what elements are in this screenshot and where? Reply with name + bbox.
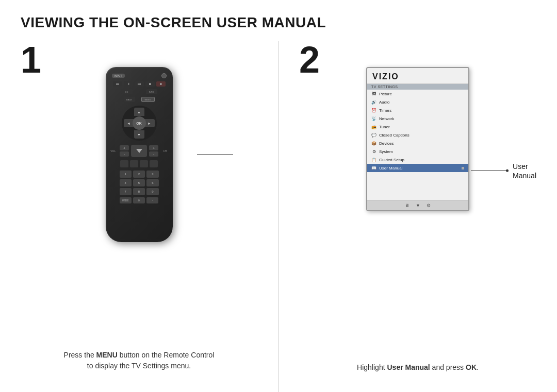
- menu-item-timers: ⏰ Timers: [367, 106, 468, 114]
- ch-down: -: [149, 151, 158, 157]
- stop-btn: ⏹: [145, 81, 155, 87]
- menu-item-user-manual: 📖 User Manual: [367, 164, 468, 172]
- vol-label: VOL: [109, 149, 118, 152]
- nav-up: ▲: [134, 108, 144, 116]
- step1-number: 1: [21, 41, 41, 78]
- num-7: 7: [120, 188, 132, 195]
- tv-screen: VIZIO TV SETTINGS 🖼 Picture 🔊 Audio: [366, 67, 469, 211]
- side-btn-4: [150, 160, 158, 167]
- step1-panel: 1 INPUT ⏮ ⏸ ⏭ ⏹ ⏺ CC: [0, 41, 278, 392]
- tv-screen-container: VIZIO TV SETTINGS 🖼 Picture 🔊 Audio: [366, 67, 469, 211]
- devices-label: Devices: [379, 141, 394, 146]
- user-manual-icon: 📖: [371, 165, 376, 171]
- ok-button: OK: [133, 116, 146, 130]
- user-manual-label-text: User Manual: [379, 166, 402, 171]
- scroll-button: [131, 145, 147, 157]
- tv-screen-inner: VIZIO TV SETTINGS 🖼 Picture 🔊 Audio: [367, 68, 468, 210]
- side-btn-2: [130, 160, 138, 167]
- power-button: [161, 73, 167, 78]
- system-icon: ⚙: [371, 149, 376, 154]
- vizio-logo-area: VIZIO: [367, 68, 468, 84]
- num-2: 2: [133, 171, 145, 178]
- page-title: VIEWING THE ON-SCREEN USER MANUAL: [0, 0, 557, 41]
- nav-down: ▼: [134, 130, 144, 139]
- num-9: 9: [146, 188, 158, 195]
- menu-items-list: 🖼 Picture 🔊 Audio ⏰ Timers 📡: [367, 90, 468, 200]
- step1-description: Press the MENU button on the Remote Cont…: [0, 350, 278, 371]
- tuner-icon: 📻: [371, 124, 376, 129]
- numpad: 1 2 3 4 5 6 7 8 9: [120, 171, 159, 195]
- nav-cluster: ▲ ▼ ◄ ► OK: [122, 106, 157, 141]
- timers-icon: ⏰: [371, 108, 376, 113]
- vol-up: +: [120, 145, 129, 150]
- menu-callout: [197, 154, 235, 155]
- side-btn-1: [120, 160, 128, 167]
- user-manual-callout-label: UserManual: [513, 161, 536, 180]
- audio-label: Audio: [379, 100, 389, 105]
- num-8: 8: [133, 188, 145, 195]
- ch-label: CH: [160, 149, 169, 152]
- menu-item-devices: 📦 Devices: [367, 139, 468, 147]
- guided-setup-icon: 📋: [371, 157, 376, 162]
- menu-item-guided-setup: 📋 Guided Setup: [367, 156, 468, 164]
- network-icon: 📡: [371, 116, 376, 121]
- cc-icon: 💬: [371, 132, 376, 138]
- menu-item-system: ⚙ System: [367, 147, 468, 156]
- menu-item-cc: 💬 Closed Captions: [367, 131, 468, 139]
- back-button: BACK: [124, 97, 135, 102]
- num-5: 5: [133, 179, 145, 186]
- num-0: 0: [133, 197, 145, 203]
- system-label: System: [379, 149, 393, 154]
- rec-btn: ⏺: [156, 81, 166, 87]
- bottom-row: WIDE 0 -: [120, 197, 159, 203]
- side-btn-3: [140, 160, 148, 167]
- tv-bottom-icon-1: 🖥: [405, 203, 409, 208]
- menu-item-picture: 🖼 Picture: [367, 90, 468, 98]
- info-button: INFO: [146, 89, 157, 94]
- picture-label: Picture: [379, 92, 392, 96]
- ch-up: +: [149, 145, 158, 150]
- step2-panel: 2 VIZIO TV SETTINGS 🖼 Picture 🔊: [278, 41, 557, 392]
- ff-btn: ⏭: [135, 81, 144, 87]
- tv-bottom-icon-2: ▼: [416, 203, 420, 208]
- cc-button: CC: [121, 89, 133, 94]
- vol-down: -: [120, 151, 129, 157]
- dash-button: -: [146, 197, 158, 203]
- num-1: 1: [120, 171, 132, 178]
- devices-icon: 📦: [371, 141, 376, 146]
- guided-setup-label: Guided Setup: [379, 158, 404, 162]
- step2-description: Highlight User Manual and press OK.: [278, 363, 557, 371]
- tv-settings-header: TV SETTINGS: [367, 84, 468, 90]
- nav-right: ►: [144, 119, 155, 127]
- num-4: 4: [120, 179, 132, 186]
- menu-item-audio: 🔊 Audio: [367, 98, 468, 106]
- num-6: 6: [146, 179, 158, 186]
- step2-number: 2: [299, 41, 320, 78]
- timers-label: Timers: [379, 108, 391, 113]
- callout-line: [471, 171, 507, 171]
- picture-icon: 🖼: [371, 91, 376, 96]
- remote-control: INPUT ⏮ ⏸ ⏭ ⏹ ⏺ CC INFO: [106, 67, 173, 242]
- num-3: 3: [146, 171, 158, 178]
- cc-label: Closed Captions: [379, 133, 409, 138]
- wide-button: WIDE: [120, 197, 132, 203]
- input-button: INPUT: [112, 74, 125, 78]
- tv-bottom-bar: 🖥 ▼ ⚙: [367, 200, 468, 210]
- audio-icon: 🔊: [371, 99, 376, 105]
- callout-dot: [506, 169, 509, 172]
- menu-item-tuner: 📻 Tuner: [367, 123, 468, 131]
- play-btn: ⏸: [124, 81, 133, 87]
- vizio-logo: VIZIO: [372, 72, 463, 81]
- rewind-btn: ⏮: [113, 81, 122, 87]
- remote-container: INPUT ⏮ ⏸ ⏭ ⏹ ⏺ CC INFO: [106, 67, 173, 242]
- network-label: Network: [379, 116, 394, 121]
- menu-button: MENU: [141, 97, 155, 102]
- menu-item-network: 📡 Network: [367, 114, 468, 123]
- tuner-label: Tuner: [379, 125, 390, 129]
- tv-bottom-icon-3: ⚙: [427, 203, 431, 208]
- user-manual-callout: UserManual: [471, 161, 536, 180]
